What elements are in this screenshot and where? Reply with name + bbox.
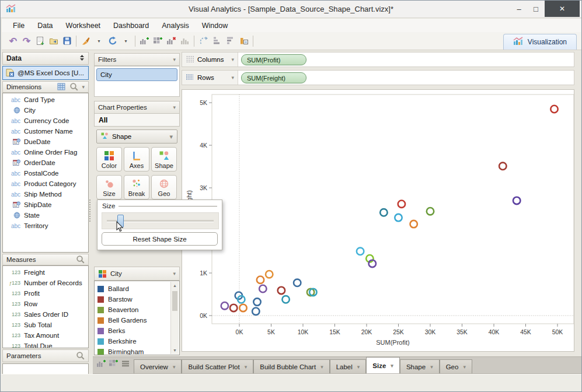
columns-pill[interactable]: SUM(Profit) <box>241 54 306 65</box>
measure-item[interactable]: 123Freight <box>3 267 88 278</box>
dimension-item[interactable]: abcTerritory <box>3 220 88 231</box>
dimension-item[interactable]: abcCustomer Name <box>3 126 88 136</box>
filters-header[interactable]: Filters ▾ <box>94 53 180 66</box>
shape-property-button[interactable]: Shape <box>151 147 177 172</box>
filter-pill-city[interactable]: City <box>96 68 177 81</box>
table-view-icon[interactable] <box>57 83 65 92</box>
dimension-item[interactable]: abcCurrency Code <box>3 116 88 126</box>
chart-properties-header[interactable]: Chart Properties ▾ <box>94 101 180 114</box>
chevron-down-icon[interactable]: ▾ <box>245 364 248 370</box>
menu-worksheet[interactable]: Worksheet <box>60 20 107 31</box>
geo-property-button[interactable]: Geo <box>151 175 177 200</box>
new-worksheet-icon[interactable] <box>96 359 106 370</box>
search-icon[interactable] <box>76 351 85 361</box>
dimension-item[interactable]: abcCard Type <box>3 94 88 105</box>
measure-item[interactable]: ƒ123Number of Records <box>3 278 88 288</box>
scroll-up-icon[interactable]: ▲ <box>173 282 177 288</box>
dimension-item[interactable]: abcShip Method <box>3 189 88 200</box>
city-legend-item[interactable]: Bell Gardens <box>95 315 179 326</box>
axes-property-button[interactable]: Axes <box>124 147 149 172</box>
redo-icon[interactable]: ↷ <box>20 34 33 48</box>
shape-dropdown[interactable]: Shape ▾ <box>96 130 177 144</box>
measure-item[interactable]: 123Sub Total <box>3 320 88 330</box>
measure-item[interactable]: 123Sales Order ID <box>3 309 88 320</box>
maximize-button[interactable]: □ <box>528 1 544 17</box>
measure-item[interactable]: 123Profit <box>3 288 88 299</box>
data-panel-header[interactable]: Data <box>2 52 89 65</box>
measure-item[interactable]: 123Tax Amount <box>3 330 88 341</box>
chevron-down-icon[interactable]: ▾ <box>357 364 360 370</box>
tab-build-bubble-chart[interactable]: Build Bubble Chart▾ <box>253 359 329 373</box>
city-legend-item[interactable]: Berks <box>95 326 179 336</box>
close-button[interactable]: ✕ <box>545 1 580 17</box>
dimension-item[interactable]: 12OrderDate <box>3 158 88 168</box>
new-dashboard-icon[interactable] <box>109 359 119 370</box>
break-property-button[interactable]: Break <box>124 175 149 200</box>
chevron-down-icon[interactable]: ▾ <box>463 364 466 370</box>
dimension-item[interactable]: abcOnline Order Flag <box>3 147 88 158</box>
panel-splitter[interactable] <box>89 200 92 222</box>
menu-analysis[interactable]: Analysis <box>155 20 196 31</box>
chevron-down-icon[interactable]: ▾ <box>173 57 176 62</box>
save-icon[interactable] <box>60 34 74 48</box>
scrollbar[interactable]: ▲ ▼ <box>170 282 179 354</box>
city-legend-header[interactable]: City ▾ <box>94 267 180 281</box>
chevron-down-icon[interactable]: ▾ <box>173 271 176 276</box>
tab-size[interactable]: Size▾ <box>366 357 400 373</box>
fit-chart-icon[interactable] <box>237 34 250 48</box>
measure-item[interactable]: 123Row <box>3 299 88 309</box>
city-legend-item[interactable]: Berkshire <box>95 336 179 346</box>
columns-shelf-label[interactable]: Columns ▾ <box>182 52 238 66</box>
menu-window[interactable]: Window <box>196 20 234 31</box>
delete-worksheet-icon[interactable] <box>165 34 178 48</box>
chevron-down-icon[interactable]: ▾ <box>82 84 85 90</box>
refresh-icon[interactable] <box>106 34 119 48</box>
dimension-item[interactable]: 12DueDate <box>3 136 88 147</box>
dropdown-caret[interactable]: ▾ <box>119 34 133 48</box>
swap-axes-icon[interactable] <box>197 34 210 48</box>
sort-updown-icon[interactable] <box>79 54 85 63</box>
chart-properties-scope[interactable]: All <box>94 114 180 127</box>
sort-descending-icon[interactable] <box>224 34 237 48</box>
tab-overview[interactable]: Overview▾ <box>134 359 182 373</box>
format-icon[interactable] <box>79 34 92 48</box>
chevron-down-icon[interactable]: ▾ <box>231 57 234 62</box>
undo-icon[interactable]: ↶ <box>6 34 20 48</box>
size-property-button[interactable]: Size <box>96 175 122 200</box>
measure-item[interactable]: 123Total Due <box>3 341 88 348</box>
add-dashboard-icon[interactable] <box>151 34 165 48</box>
tab-shape[interactable]: Shape▾ <box>400 359 440 373</box>
tab-build-scatter-plot[interactable]: Build Scatter Plot▾ <box>182 359 253 373</box>
new-workbook-icon[interactable]: + <box>33 34 47 48</box>
visualization-tab[interactable]: Visualization <box>503 34 577 50</box>
chart-area[interactable]: 0K1K2K3K4K5K0K5K10K15K20K25K30K35K40K45K… <box>182 89 574 352</box>
chevron-down-icon[interactable]: ▾ <box>231 75 234 80</box>
rows-shelf-label[interactable]: Rows ▾ <box>182 71 238 85</box>
data-source-item[interactable]: @MS Excel Docs [U... <box>2 66 89 80</box>
dimension-item[interactable]: State <box>3 210 88 220</box>
duplicate-icon[interactable] <box>178 34 191 48</box>
search-icon[interactable] <box>76 255 85 265</box>
city-legend-item[interactable]: Beaverton <box>95 304 179 315</box>
chevron-down-icon[interactable]: ▾ <box>391 363 393 369</box>
chevron-down-icon[interactable]: ▾ <box>320 364 323 370</box>
search-icon[interactable] <box>69 82 78 92</box>
dimension-item[interactable]: 12ShipDate <box>3 200 88 210</box>
menu-file[interactable]: File <box>6 20 31 31</box>
color-property-button[interactable]: Color <box>96 147 122 172</box>
menu-data[interactable]: Data <box>31 20 59 31</box>
scrollbar-thumb[interactable] <box>172 291 177 311</box>
tab-geo[interactable]: Geo▾ <box>440 359 472 373</box>
dropdown-caret[interactable]: ▾ <box>92 34 106 48</box>
scroll-down-icon[interactable]: ▼ <box>173 348 177 354</box>
chevron-down-icon[interactable]: ▾ <box>173 104 176 110</box>
reset-shape-size-button[interactable]: Reset Shape Size <box>102 232 218 246</box>
city-legend-item[interactable]: Birmingham <box>95 346 179 355</box>
city-legend-item[interactable]: Ballard <box>95 284 179 294</box>
chevron-down-icon[interactable]: ▾ <box>173 364 176 370</box>
dimension-item[interactable]: abcProduct Category <box>3 178 88 189</box>
chevron-down-icon[interactable]: ▾ <box>430 364 433 370</box>
rows-pill[interactable]: SUM(Freight) <box>241 72 306 83</box>
menu-dashboard[interactable]: Dashboard <box>107 20 155 31</box>
sort-ascending-icon[interactable] <box>210 34 224 48</box>
